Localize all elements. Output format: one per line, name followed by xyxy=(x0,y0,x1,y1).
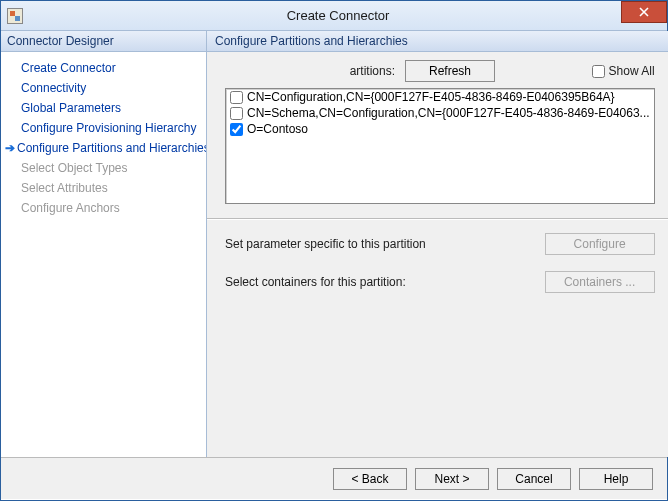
list-item[interactable]: CN=Schema,CN=Configuration,CN={000F127F-… xyxy=(226,105,654,121)
main-header: Configure Partitions and Hierarchies xyxy=(207,31,668,52)
main-body: artitions: Refresh Show All CN=Configura… xyxy=(207,52,668,457)
close-button[interactable] xyxy=(621,1,667,23)
app-icon xyxy=(7,8,23,24)
sidebar-item-label: Configure Partitions and Hierarchies xyxy=(17,141,206,155)
partitions-label: artitions: xyxy=(225,64,395,78)
current-step-arrow-icon: ➔ xyxy=(5,141,15,155)
help-button[interactable]: Help xyxy=(579,468,653,490)
sidebar-header: Connector Designer xyxy=(1,31,206,52)
sidebar-item-create-connector[interactable]: Create Connector xyxy=(1,58,206,78)
back-button[interactable]: < Back xyxy=(333,468,407,490)
list-item-text: CN=Schema,CN=Configuration,CN={000F127F-… xyxy=(247,106,650,120)
list-item-text: CN=Configuration,CN={000F127F-E405-4836-… xyxy=(247,90,615,104)
next-button[interactable]: Next > xyxy=(415,468,489,490)
containers-button[interactable]: Containers ... xyxy=(545,271,655,293)
list-item-checkbox[interactable] xyxy=(230,91,243,104)
sidebar: Connector Designer Create Connector Conn… xyxy=(1,31,207,457)
param-specific-label: Set parameter specific to this partition xyxy=(225,237,545,251)
cancel-button[interactable]: Cancel xyxy=(497,468,571,490)
title-bar: Create Connector xyxy=(1,1,667,31)
list-item-checkbox[interactable] xyxy=(230,107,243,120)
sidebar-item-label: Create Connector xyxy=(21,61,116,75)
window-frame: Create Connector Connector Designer Crea… xyxy=(0,0,668,501)
partitions-listbox[interactable]: CN=Configuration,CN={000F127F-E405-4836-… xyxy=(225,88,655,204)
list-item[interactable]: CN=Configuration,CN={000F127F-E405-4836-… xyxy=(226,89,654,105)
sidebar-item-attributes: Select Attributes xyxy=(1,178,206,198)
sidebar-item-anchors: Configure Anchors xyxy=(1,198,206,218)
close-icon xyxy=(639,7,649,17)
nav-list: Create Connector Connectivity Global Par… xyxy=(1,52,206,457)
top-controls: artitions: Refresh Show All xyxy=(207,52,668,88)
footer: < Back Next > Cancel Help xyxy=(1,457,667,500)
show-all-checkbox-input[interactable] xyxy=(592,65,605,78)
param-row-containers: Select containers for this partition: Co… xyxy=(225,271,655,293)
param-row-specific: Set parameter specific to this partition… xyxy=(225,233,655,255)
list-item-checkbox[interactable] xyxy=(230,123,243,136)
param-section: Set parameter specific to this partition… xyxy=(207,219,668,309)
configure-button[interactable]: Configure xyxy=(545,233,655,255)
show-all-label: Show All xyxy=(609,64,655,78)
show-all-checkbox[interactable]: Show All xyxy=(592,64,655,78)
sidebar-item-connectivity[interactable]: Connectivity xyxy=(1,78,206,98)
window-title: Create Connector xyxy=(29,8,667,23)
sidebar-item-label: Select Object Types xyxy=(21,161,128,175)
refresh-button[interactable]: Refresh xyxy=(405,60,495,82)
sidebar-item-label: Connectivity xyxy=(21,81,86,95)
body-area: Connector Designer Create Connector Conn… xyxy=(1,31,667,457)
sidebar-item-partitions-hierarchies[interactable]: ➔ Configure Partitions and Hierarchies xyxy=(1,138,206,158)
sidebar-item-global-parameters[interactable]: Global Parameters xyxy=(1,98,206,118)
sidebar-item-label: Global Parameters xyxy=(21,101,121,115)
param-containers-label: Select containers for this partition: xyxy=(225,275,545,289)
main-panel: Configure Partitions and Hierarchies art… xyxy=(207,31,668,457)
sidebar-item-label: Select Attributes xyxy=(21,181,108,195)
sidebar-item-label: Configure Anchors xyxy=(21,201,120,215)
sidebar-item-label: Configure Provisioning Hierarchy xyxy=(21,121,196,135)
list-item[interactable]: O=Contoso xyxy=(226,121,654,137)
sidebar-item-provisioning-hierarchy[interactable]: Configure Provisioning Hierarchy xyxy=(1,118,206,138)
list-item-text: O=Contoso xyxy=(247,122,308,136)
sidebar-item-object-types: Select Object Types xyxy=(1,158,206,178)
